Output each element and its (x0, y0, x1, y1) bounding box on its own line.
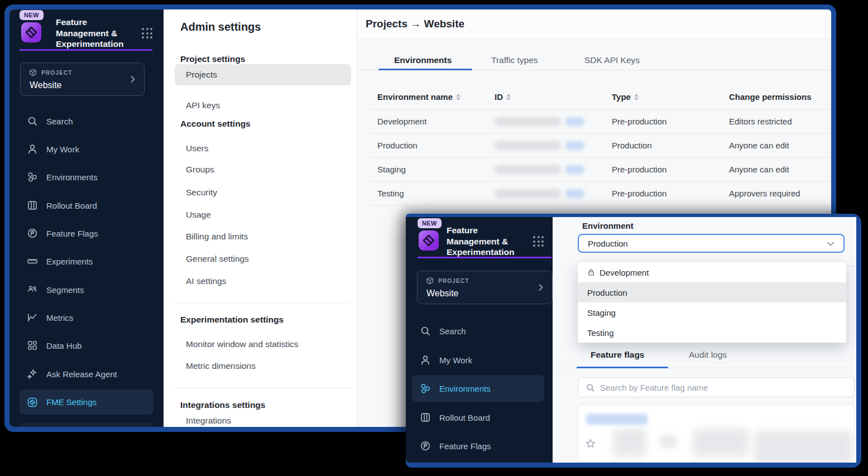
overlay-window: NEW Feature Management & Experimentation… (406, 214, 861, 468)
overlay-sidebar: NEW Feature Management & Experimentation… (406, 217, 553, 463)
admin-item-monitor-window[interactable]: Monitor window and statistics (186, 339, 299, 349)
project-switcher[interactable]: PROJECT Website (20, 62, 145, 96)
divider (369, 157, 831, 158)
sort-icon[interactable] (506, 94, 511, 100)
breadcrumb: Projects → Website (366, 18, 464, 30)
sidebar-item-segments[interactable]: Segments (20, 278, 154, 301)
admin-item-projects[interactable]: Projects (175, 64, 351, 85)
cell-id-action-redacted (565, 117, 584, 126)
tab-sdk-api-keys[interactable]: SDK API Keys (584, 55, 640, 65)
cell-type: Pre-production (612, 189, 666, 198)
sidebar-item-fme-settings[interactable]: FME Settings (20, 390, 154, 415)
tab-environments[interactable]: Environments (394, 55, 452, 65)
sidebar-item-ask-release-agent[interactable]: Ask Release Agent (20, 363, 154, 385)
sidebar-item-environments[interactable]: Environments (20, 166, 154, 188)
new-badge: NEW (418, 218, 442, 228)
project-settings-heading: Project settings (180, 54, 245, 64)
sidebar-item-label: Feature Flags (46, 229, 98, 238)
search-icon (586, 383, 595, 392)
project-label: PROJECT (438, 278, 469, 284)
sidebar-item-search[interactable]: Search (412, 320, 544, 342)
admin-settings-panel: Admin settings Project settings Projects… (164, 9, 357, 427)
sidebar-item-label: Environments (46, 172, 98, 182)
sidebar-item-feature-flags[interactable]: Feature Flags (412, 435, 544, 457)
cell-permissions: Editors restricted (729, 117, 792, 126)
flag-name-redacted (586, 414, 648, 425)
sidebar: NEW Feature Management & Experimentation… (9, 9, 164, 427)
sidebar-item-rollout-board[interactable]: Rollout Board (412, 406, 544, 429)
sidebar-item-data-hub[interactable]: Data Hub (20, 334, 154, 357)
sidebar-item-label: Search (439, 326, 466, 336)
sidebar-item-my-work[interactable]: My Work (20, 138, 154, 160)
environment-select[interactable]: Production (578, 234, 845, 253)
integrations-settings-heading: Integrations settings (180, 400, 265, 410)
sidebar-item-label: Feature Flags (439, 441, 491, 451)
admin-item-integrations[interactable]: Integrations (186, 416, 231, 426)
sidebar-item-rollout-board[interactable]: Rollout Board (20, 194, 154, 217)
admin-item-api-keys[interactable]: API keys (186, 100, 220, 110)
cell-permissions: Anyone can edit (729, 165, 789, 174)
app-title: Feature Management & Experimentation (447, 225, 536, 258)
redacted-content (754, 430, 852, 463)
sidebar-item-partial (20, 423, 154, 432)
option-production[interactable]: Production (578, 282, 846, 302)
admin-item-users[interactable]: Users (186, 143, 208, 153)
sidebar-item-search[interactable]: Search (20, 110, 154, 132)
feature-flags-icon (420, 440, 431, 451)
column-header-environment-name[interactable]: Environment name (377, 92, 461, 102)
environments-icon (420, 383, 431, 394)
admin-item-ai-settings[interactable]: AI settings (186, 276, 226, 286)
person-icon (420, 354, 431, 366)
cell-type: Pre-production (612, 117, 666, 126)
admin-item-metric-dimensions[interactable]: Metric dimensions (186, 361, 256, 371)
app-logo-icon (21, 22, 41, 42)
admin-item-usage[interactable]: Usage (186, 210, 211, 220)
segments-icon (27, 284, 38, 295)
option-testing[interactable]: Testing (578, 323, 846, 343)
app-switcher-grid-icon[interactable] (142, 28, 153, 39)
person-icon (27, 143, 38, 155)
admin-item-billing-and-limits[interactable]: Billing and limits (186, 232, 248, 242)
experiments-icon (27, 256, 38, 267)
sidebar-item-feature-flags[interactable]: Feature Flags (20, 222, 154, 244)
option-development[interactable]: Development (578, 262, 846, 282)
sort-icon[interactable] (456, 94, 461, 100)
cell-id-redacted (495, 141, 562, 150)
chevron-right-icon (536, 283, 545, 294)
lock-icon (587, 268, 595, 276)
sidebar-item-label: My Work (439, 355, 472, 365)
cell-environment-name: Testing (377, 189, 404, 198)
account-settings-heading: Account settings (180, 119, 251, 129)
sidebar-item-experiments[interactable]: Experiments (20, 250, 154, 272)
cell-id-action-redacted (565, 165, 584, 174)
cell-type: Pre-production (612, 165, 666, 174)
cell-environment-name: Production (377, 141, 418, 150)
sidebar-item-metrics[interactable]: Metrics (20, 306, 154, 329)
active-tab-underline (378, 69, 472, 70)
search-icon (27, 116, 38, 127)
feature-flag-search[interactable] (578, 377, 855, 397)
admin-item-groups[interactable]: Groups (186, 165, 214, 175)
app-switcher-grid-icon[interactable] (533, 236, 544, 247)
search-icon (420, 325, 431, 336)
tab-audit-logs[interactable]: Audit logs (689, 350, 727, 360)
redacted-content (659, 435, 677, 448)
tab-traffic-types[interactable]: Traffic types (491, 55, 538, 65)
app-title: Feature Management & Experimentation (56, 17, 145, 50)
divider (175, 388, 350, 388)
sort-icon[interactable] (634, 94, 639, 100)
sidebar-item-environments[interactable]: Environments (412, 375, 544, 402)
sidebar-item-my-work[interactable]: My Work (412, 349, 544, 371)
star-icon[interactable] (586, 439, 596, 451)
sidebar-item-label: Environments (439, 384, 491, 393)
chevron-down-icon (826, 239, 836, 251)
project-switcher[interactable]: PROJECT Website (417, 271, 553, 304)
admin-item-general-settings[interactable]: General settings (186, 254, 249, 264)
option-staging[interactable]: Staging (578, 302, 846, 323)
cell-id-redacted (495, 165, 562, 174)
search-input[interactable] (600, 383, 854, 392)
tab-feature-flags[interactable]: Feature flags (591, 350, 644, 360)
admin-item-security[interactable]: Security (186, 187, 217, 198)
column-header-type[interactable]: Type (612, 92, 639, 102)
column-header-id[interactable]: ID (495, 92, 511, 102)
